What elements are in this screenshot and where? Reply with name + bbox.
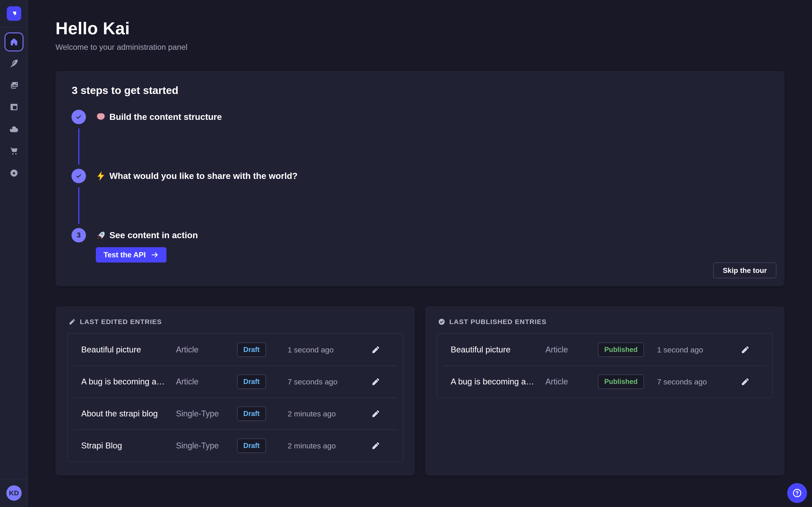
sidebar: KD — [0, 0, 28, 507]
entry-type: Single-Type — [176, 409, 228, 418]
status-badge: Published — [598, 375, 644, 389]
cloud-icon — [9, 124, 19, 134]
layout-icon — [9, 102, 19, 112]
images-icon — [9, 80, 19, 91]
status-badge: Draft — [237, 375, 266, 389]
sidebar-item-cloud[interactable] — [4, 120, 23, 139]
entry-title: A bug is becoming a… — [81, 377, 176, 386]
edit-pencil-icon[interactable] — [371, 345, 380, 354]
sidebar-divider — [0, 27, 28, 27]
sidebar-item-content-type-builder[interactable] — [4, 54, 23, 73]
step-connector-2 — [78, 187, 80, 224]
skip-tour-button[interactable]: Skip the tour — [713, 263, 776, 278]
step-1-label: Build the content structure — [109, 112, 222, 122]
pencil-icon — [68, 318, 76, 325]
check-circle-icon — [438, 318, 445, 325]
table-row[interactable]: A bug is becoming a… Article Published 7… — [437, 366, 772, 398]
strapi-logo[interactable] — [7, 6, 21, 21]
help-button[interactable] — [787, 483, 807, 503]
step-3-number-circle: 3 — [71, 228, 86, 242]
last-published-table: Beautiful picture Article Published 1 se… — [437, 333, 773, 398]
sidebar-item-media-library[interactable] — [4, 76, 23, 95]
avatar-initials: KD — [9, 489, 19, 497]
page-header: Hello Kai Welcome to your administration… — [55, 18, 188, 52]
entry-title: Beautiful picture — [81, 345, 176, 354]
edit-pencil-icon[interactable] — [371, 441, 380, 450]
guided-tour-title: 3 steps to get started — [72, 84, 179, 97]
page-title: Hello Kai — [55, 18, 188, 38]
edit-pencil-icon[interactable] — [371, 409, 380, 418]
entry-time: 2 minutes ago — [275, 441, 370, 450]
entry-title: Strapi Blog — [81, 441, 176, 450]
lightning-icon — [96, 171, 106, 181]
last-edited-header: LAST EDITED ENTRIES — [68, 318, 162, 326]
edit-pencil-icon[interactable] — [371, 377, 380, 386]
entry-title: About the strapi blog — [81, 409, 176, 418]
sidebar-item-home[interactable] — [4, 33, 23, 51]
step-2-check-circle — [71, 169, 86, 183]
entry-type: Article — [545, 345, 597, 354]
test-api-label: Test the API — [104, 250, 146, 259]
entry-time: 2 minutes ago — [275, 409, 370, 418]
page-subtitle: Welcome to your administration panel — [55, 43, 188, 52]
entry-title: Beautiful picture — [451, 345, 545, 354]
entry-type: Single-Type — [176, 441, 228, 450]
table-row[interactable]: About the strapi blog Single-Type Draft … — [68, 398, 403, 430]
step-connector-1 — [78, 128, 80, 165]
entry-time: 7 seconds ago — [645, 378, 740, 386]
sidebar-divider-bottom — [0, 479, 28, 480]
brain-icon — [96, 112, 106, 122]
entry-type: Article — [545, 377, 597, 386]
guided-tour-card: 3 steps to get started Build the content… — [55, 71, 784, 286]
sidebar-item-marketplace[interactable] — [4, 142, 23, 160]
rocket-icon — [96, 230, 106, 240]
last-edited-table: Beautiful picture Article Draft 1 second… — [67, 333, 403, 462]
last-published-title: LAST PUBLISHED ENTRIES — [449, 318, 547, 326]
edit-pencil-icon[interactable] — [741, 345, 750, 354]
gear-icon — [9, 168, 19, 178]
step-3[interactable]: See content in action — [96, 228, 198, 242]
last-published-header: LAST PUBLISHED ENTRIES — [438, 318, 547, 326]
last-published-panel: LAST PUBLISHED ENTRIES Beautiful picture… — [425, 306, 784, 475]
entry-time: 1 second ago — [275, 345, 370, 354]
step-3-label: See content in action — [109, 230, 198, 240]
entry-type: Article — [176, 377, 228, 386]
sidebar-item-settings[interactable] — [4, 164, 23, 183]
status-badge: Published — [598, 342, 644, 357]
entry-type: Article — [176, 345, 228, 354]
step-2-label: What would you like to share with the wo… — [109, 171, 298, 181]
step-1[interactable]: Build the content structure — [96, 110, 222, 124]
sidebar-item-content-manager[interactable] — [4, 98, 23, 116]
test-api-button[interactable]: Test the API — [96, 247, 166, 263]
check-icon — [75, 113, 82, 121]
status-badge: Draft — [237, 406, 266, 421]
last-edited-panel: LAST EDITED ENTRIES Beautiful picture Ar… — [55, 306, 415, 475]
check-icon — [75, 172, 82, 180]
edit-pencil-icon[interactable] — [741, 377, 750, 386]
status-badge: Draft — [237, 342, 266, 357]
step-2[interactable]: What would you like to share with the wo… — [96, 169, 298, 183]
table-row[interactable]: Strapi Blog Single-Type Draft 2 minutes … — [68, 430, 403, 462]
arrow-right-icon — [151, 251, 159, 259]
step-3-number: 3 — [77, 231, 81, 239]
table-row[interactable]: A bug is becoming a… Article Draft 7 sec… — [68, 366, 403, 398]
last-edited-title: LAST EDITED ENTRIES — [80, 318, 162, 326]
user-avatar[interactable]: KD — [6, 485, 22, 501]
table-row[interactable]: Beautiful picture Article Published 1 se… — [437, 334, 772, 366]
entry-time: 7 seconds ago — [275, 378, 370, 386]
status-badge: Draft — [237, 439, 266, 453]
strapi-logo-icon — [9, 9, 18, 18]
entry-title: A bug is becoming a… — [451, 377, 545, 386]
cart-icon — [9, 146, 19, 156]
feather-icon — [9, 58, 19, 69]
question-mark-icon — [792, 488, 802, 498]
step-1-check-circle — [71, 110, 86, 124]
entry-time: 1 second ago — [645, 345, 740, 354]
home-icon — [9, 37, 19, 47]
table-row[interactable]: Beautiful picture Article Draft 1 second… — [68, 334, 403, 366]
